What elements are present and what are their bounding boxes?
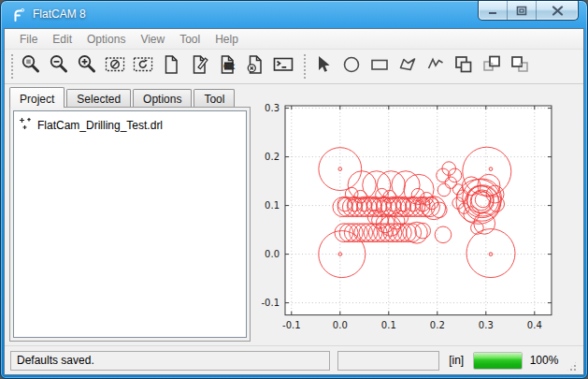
select-icon [312, 53, 335, 80]
edit-file-button[interactable] [185, 52, 213, 80]
tab-page-project: FlatCam_Drilling_Test.drl [9, 107, 251, 342]
plot-canvas[interactable]: -0.10.00.10.20.30.4-0.10.00.10.20.3 [251, 84, 583, 345]
zoom-out-button[interactable] [45, 52, 73, 80]
replot-icon [132, 53, 154, 80]
drill-marks-icon [18, 116, 33, 134]
svg-text:-0.1: -0.1 [282, 320, 301, 330]
minimize-button[interactable] [479, 1, 508, 20]
union-icon [452, 53, 475, 80]
tab-options[interactable]: Options [133, 89, 192, 107]
delete-file-icon [244, 53, 266, 80]
menu-help[interactable]: Help [208, 30, 246, 49]
statusbar: Defaults saved. [in] 100% [5, 345, 583, 374]
svg-text:0.4: 0.4 [527, 320, 542, 330]
edit-file-icon [188, 53, 210, 80]
draw-circle-button[interactable] [337, 52, 366, 80]
menu-file[interactable]: File [12, 30, 45, 49]
svg-text:0.0: 0.0 [265, 249, 280, 259]
draw-rectangle-icon [368, 53, 391, 80]
zoom-out-icon [48, 53, 70, 80]
maximize-icon [516, 6, 527, 16]
toolbar: Ok [5, 50, 583, 84]
project-tree[interactable]: FlatCam_Drilling_Test.drl [13, 110, 247, 338]
svg-text:0.2: 0.2 [265, 152, 280, 162]
minimize-icon [487, 6, 498, 15]
delete-file-button[interactable] [241, 52, 269, 80]
zoom-in-icon [76, 53, 98, 80]
tab-project[interactable]: Project [9, 87, 65, 108]
window-controls [478, 1, 579, 21]
accept-file-button[interactable]: Ok [213, 52, 241, 80]
toolbar-group-1: Ok [5, 50, 297, 83]
close-icon [552, 6, 564, 16]
intersect-button[interactable] [506, 52, 534, 80]
draw-circle-icon [340, 53, 363, 80]
shell-icon [272, 53, 294, 80]
menu-view[interactable]: View [133, 30, 172, 49]
new-file-button[interactable] [157, 52, 185, 80]
status-message-panel: Defaults saved. [10, 351, 330, 371]
status-message: Defaults saved. [17, 354, 94, 367]
content: ProjectSelectedOptionsTool FlatCam_Drill… [5, 84, 583, 345]
maximize-button[interactable] [508, 1, 537, 20]
resize-grip-icon[interactable] [566, 360, 578, 372]
subtract-icon [480, 53, 503, 80]
intersect-icon [509, 53, 531, 80]
window-title: FlatCAM 8 [33, 7, 86, 21]
menu-edit[interactable]: Edit [45, 30, 79, 49]
toolbar-handle[interactable] [302, 54, 307, 79]
tab-tool[interactable]: Tool [194, 89, 235, 107]
titlebar[interactable]: FlatCAM 8 [1, 1, 587, 28]
status-secondary-panel [337, 351, 439, 371]
tabbar: ProjectSelectedOptionsTool [9, 86, 251, 107]
svg-text:0.1: 0.1 [381, 320, 396, 330]
tree-item[interactable]: FlatCam_Drilling_Test.drl [16, 115, 244, 135]
new-file-icon [160, 53, 182, 80]
zoom-fit-icon [20, 53, 42, 80]
drill-plot: -0.10.00.10.20.30.4-0.10.00.10.20.3 [252, 88, 585, 339]
svg-text:0.2: 0.2 [430, 320, 445, 330]
progress-percent-label: 100% [530, 354, 559, 367]
svg-text:0.0: 0.0 [333, 320, 348, 330]
shell-button[interactable] [269, 52, 297, 80]
replot-button[interactable] [129, 52, 157, 80]
draw-polygon-icon [396, 53, 419, 80]
menu-tool[interactable]: Tool [172, 30, 208, 49]
close-button[interactable] [537, 1, 578, 20]
toolbar-group-2 [297, 50, 534, 83]
svg-text:-0.1: -0.1 [261, 298, 280, 308]
units-label: [in] [447, 354, 466, 367]
svg-text:0.3: 0.3 [479, 320, 494, 330]
clear-plot-button[interactable] [101, 52, 129, 80]
progress-bar [473, 352, 522, 370]
select-button[interactable] [309, 52, 337, 80]
union-button[interactable] [450, 52, 478, 80]
svg-text:0.1: 0.1 [265, 200, 280, 211]
draw-polygon-button[interactable] [394, 52, 422, 80]
tab-selected[interactable]: Selected [66, 89, 131, 107]
svg-text:0.3: 0.3 [265, 103, 280, 113]
zoom-fit-button[interactable] [17, 52, 45, 80]
toolbar-handle[interactable] [9, 54, 14, 79]
svg-text:Ok: Ok [224, 63, 235, 70]
app-body: FileEditOptionsViewToolHelp Ok ProjectSe… [4, 28, 584, 375]
progress-fill [474, 353, 521, 369]
accept-file-icon: Ok [216, 53, 238, 80]
zoom-in-button[interactable] [73, 52, 101, 80]
flatcam-logo-icon [10, 7, 27, 23]
menu-options[interactable]: Options [79, 30, 133, 49]
clear-plot-icon [104, 53, 126, 80]
flatcam-window: FlatCAM 8 FileEditOptionsViewToolHelp Ok… [0, 0, 588, 379]
tree-item-label: FlatCam_Drilling_Test.drl [37, 119, 163, 132]
menubar: FileEditOptionsViewToolHelp [5, 29, 583, 50]
left-pane: ProjectSelectedOptionsTool FlatCam_Drill… [5, 84, 251, 345]
draw-path-icon [424, 53, 447, 80]
draw-rectangle-button[interactable] [366, 52, 394, 80]
draw-path-button[interactable] [422, 52, 450, 80]
subtract-button[interactable] [478, 52, 506, 80]
